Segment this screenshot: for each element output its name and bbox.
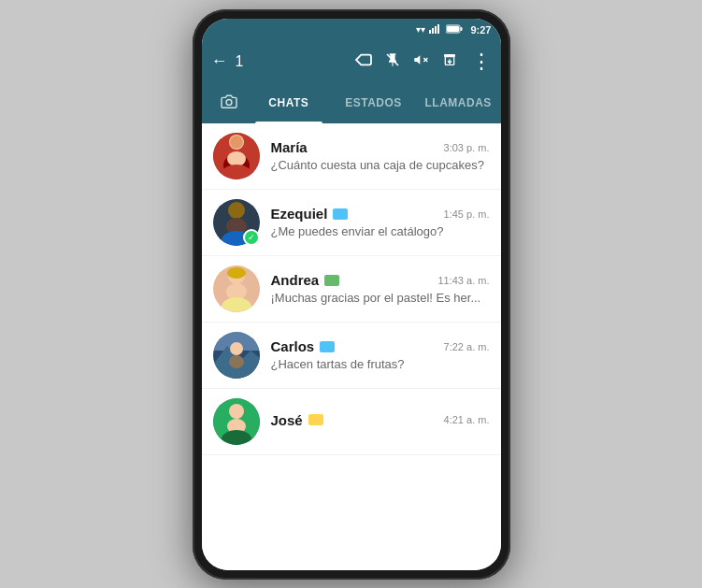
svg-rect-1 [432,28,434,34]
camera-tab[interactable] [211,93,247,112]
avatar-maria [213,133,260,179]
phone-frame: ▾▾ 9:27 [193,9,510,580]
label-tag-andrea [324,275,339,286]
avatar-wrap-ezequiel: ✓ [213,199,260,246]
chat-preview-andrea: ¡Muchas gracias por el pastel! Es her... [271,291,490,305]
avatar-carlos [213,332,260,379]
chat-time-maria: 3:03 p. m. [444,142,490,153]
svg-rect-2 [435,26,437,34]
chat-name-jose: José [271,412,303,428]
tab-bar: CHATS ESTADOS LLAMADAS [202,82,501,123]
label-tag-jose [308,414,323,425]
chat-item-ezequiel[interactable]: ✓ Ezequiel 1:45 p. m. ¿Me puedes enviar … [202,190,501,256]
chat-content-andrea: Andrea 11:43 a. m. ¡Muchas gracias por e… [271,272,490,305]
verified-badge-ezequiel: ✓ [243,229,260,246]
svg-point-18 [227,151,246,166]
more-icon[interactable]: ⋮ [471,51,492,72]
chat-content-carlos: Carlos 7:22 a. m. ¿Hacen tartas de fruta… [271,338,490,371]
chat-item-jose[interactable]: José 4:21 a. m. [202,389,501,455]
svg-rect-0 [429,30,431,34]
mute-icon[interactable] [413,52,428,71]
tab-chats[interactable]: CHATS [247,82,332,123]
svg-point-12 [226,99,232,105]
svg-point-16 [230,136,243,149]
avatar-wrap-andrea [213,265,260,312]
chat-name-carlos: Carlos [271,338,315,354]
chat-item-andrea[interactable]: Andrea 11:43 a. m. ¡Muchas gracias por e… [202,256,501,323]
chat-name-andrea: Andrea [271,272,320,288]
back-button[interactable]: ← [211,51,228,71]
chat-content-ezequiel: Ezequiel 1:45 p. m. ¿Me puedes enviar el… [271,206,490,238]
svg-point-39 [229,404,244,419]
top-bar: ← 1 [202,41,501,82]
label-icon[interactable] [355,52,372,71]
svg-point-36 [229,355,244,368]
label-tag-carlos [320,341,335,352]
chat-time-andrea: 11:43 a. m. [437,275,489,286]
phone-screen: ▾▾ 9:27 [202,19,501,570]
svg-point-28 [227,267,246,279]
chat-item-carlos[interactable]: Carlos 7:22 a. m. ¿Hacen tartas de fruta… [202,323,501,389]
chat-time-ezequiel: 1:45 p. m. [444,208,490,220]
avatar-jose [213,398,260,445]
chat-preview-maria: ¿Cuánto cuesta una caja de cupcakes? [271,158,490,172]
svg-point-35 [230,342,243,355]
chat-content-jose: José 4:21 a. m. [271,412,490,431]
chat-list: María 3:03 p. m. ¿Cuánto cuesta una caja… [202,123,501,570]
chat-preview-carlos: ¿Hacen tartas de frutas? [271,357,490,371]
signal-icon [429,24,442,36]
svg-rect-5 [461,27,463,31]
selection-count: 1 [236,53,244,70]
chat-content-maria: María 3:03 p. m. ¿Cuánto cuesta una caja… [271,139,490,172]
archive-icon[interactable] [441,52,458,71]
label-tag-ezequiel [333,208,348,220]
status-time: 9:27 [470,24,491,36]
svg-rect-3 [437,24,439,34]
svg-rect-6 [447,26,459,32]
chat-time-jose: 4:21 a. m. [444,414,490,425]
svg-point-22 [228,202,245,219]
chat-name-ezequiel: Ezequiel [271,206,328,222]
tab-estados[interactable]: ESTADOS [331,82,416,123]
avatar-wrap-carlos [213,332,260,379]
tab-llamadas[interactable]: LLAMADAS [416,82,501,123]
wifi-icon: ▾▾ [416,24,425,35]
chat-time-carlos: 7:22 a. m. [444,341,490,352]
avatar-andrea [213,265,260,312]
pin-icon[interactable] [385,52,400,71]
chat-preview-ezequiel: ¿Me puedes enviar el catálogo? [271,224,490,238]
chat-name-maria: María [271,139,308,155]
chat-item-maria[interactable]: María 3:03 p. m. ¿Cuánto cuesta una caja… [202,123,501,190]
avatar-wrap-maria [213,133,260,179]
status-bar: ▾▾ 9:27 [202,19,501,41]
battery-icon [446,24,463,36]
avatar-wrap-jose [213,398,260,445]
